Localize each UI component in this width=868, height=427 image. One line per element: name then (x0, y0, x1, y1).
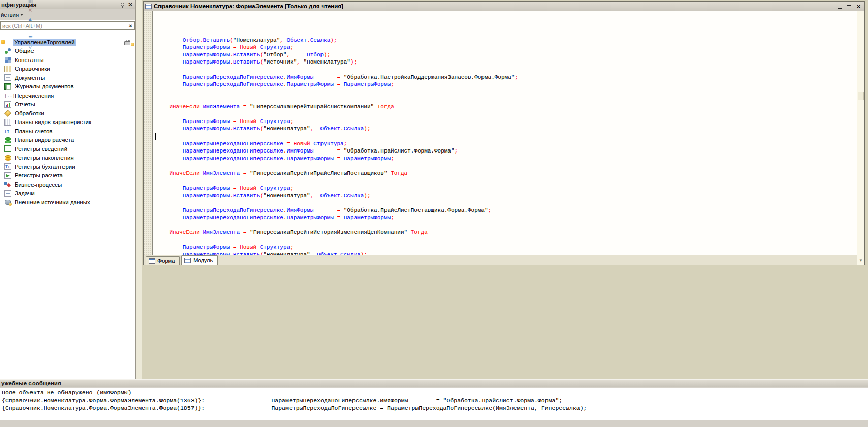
service-messages-panel: ужебные сообщения Поле объекта не обнару… (0, 379, 868, 427)
code-line: ИначеЕсли ИмяЭлемента = "ГиперссылкаПере… (153, 229, 857, 236)
tree-item[interactable]: Обработки (0, 109, 135, 118)
tree-item-label: Документы (13, 74, 46, 81)
tree-item[interactable]: УправлениеТорговлей (0, 38, 135, 47)
code-line: ПараметрыПереходаПоГиперссылке.ИмяФормы … (153, 147, 857, 155)
tree-item[interactable]: Планы видов характеристик (0, 118, 135, 127)
tree-item[interactable]: Регистры накопления (0, 154, 135, 163)
tab-модуль[interactable]: Модуль (181, 255, 218, 265)
code-line (153, 96, 857, 103)
code-line (153, 177, 857, 185)
tree-item[interactable]: Отчеты (0, 100, 135, 109)
tree-item[interactable]: Бизнес-процессы (0, 180, 135, 189)
external-data-sources-icon (4, 199, 11, 205)
message-line[interactable]: {Справочник.Номенклатура.Форма.ФормаЭлем… (2, 404, 868, 412)
editor-gutter (144, 11, 153, 255)
code-line: ПараметрыФормы.Вставить("Номенклатура", … (153, 251, 857, 255)
code-line: ПараметрыФормы = Новый Структура; (153, 185, 857, 192)
maximize-button[interactable] (845, 3, 853, 10)
tree-item-label: Задачи (13, 190, 36, 197)
delete-button[interactable]: × (25, 6, 35, 15)
tree-item[interactable]: Регистры сведений (0, 144, 135, 154)
configuration-panel: нфигурация × йствия +✎▣×▲▼≡▽ × Управлени… (0, 0, 136, 379)
business-processes-icon (4, 181, 11, 188)
search-input[interactable] (1, 22, 134, 29)
code-line: ПараметрыФормы = Новый Структура; (153, 118, 857, 126)
form-window-icon (145, 4, 152, 9)
vertical-splitter[interactable] (136, 0, 142, 379)
editor-window: Справочник Номенклатура: ФормаЭлемента [… (143, 1, 865, 265)
code-line (153, 133, 857, 140)
tree-item-label: Регистры сведений (13, 145, 69, 152)
tree-item[interactable]: Журналы документов (0, 82, 135, 92)
editor-window-body: Отбор.Вставить("Номенклатура", Объект.Сс… (144, 11, 864, 265)
copy-button[interactable]: ▣ (25, 0, 35, 6)
message-line[interactable]: Поле объекта не обнаружено (ИмяФормы) (2, 389, 868, 396)
documents-icon (4, 74, 11, 81)
tree-item-label: Константы (13, 56, 45, 64)
tree-item-label: Отчеты (13, 101, 37, 108)
characteristic-types-icon (4, 119, 11, 126)
tree-item[interactable]: Перечисления (0, 91, 135, 100)
tree-item[interactable]: Планы счетов (0, 127, 135, 136)
editor-window-titlebar[interactable]: Справочник Номенклатура: ФормаЭлемента [… (144, 2, 864, 11)
code-line: Отбор.Вставить("Номенклатура", Объект.Сс… (153, 37, 857, 44)
tree-item[interactable]: Регистры расчета (0, 171, 135, 180)
service-messages-titlebar: ужебные сообщения (0, 379, 868, 387)
code-editor[interactable]: Отбор.Вставить("Номенклатура", Объект.Сс… (153, 11, 857, 255)
tree-item-label: Планы видов расчета (13, 136, 75, 143)
tree-item-label: Обработки (13, 110, 46, 117)
tree-item-label: Регистры накопления (13, 154, 75, 161)
common-icon (4, 48, 11, 54)
tree-item[interactable]: Внешние источники данных (0, 198, 135, 207)
service-messages-list[interactable]: Поле объекта не обнаружено (ИмяФормы){Сп… (0, 388, 868, 420)
calculation-types-icon (4, 137, 11, 143)
information-registers-icon (4, 145, 11, 152)
tree-item[interactable]: Справочники (0, 65, 135, 74)
code-line (153, 110, 857, 118)
tree-item[interactable]: Документы (0, 73, 135, 82)
message-line[interactable]: {Справочник.Номенклатура.Форма.ФормаЭлем… (2, 396, 868, 404)
enums-icon (4, 92, 11, 99)
configuration-root-icon (2, 39, 7, 45)
code-line: ПараметрыФормы = Новый Структура; (153, 243, 857, 251)
tree-item[interactable]: Регистры бухгалтерии (0, 162, 135, 171)
clear-search-icon[interactable]: × (127, 22, 134, 29)
lock-icon (124, 41, 130, 45)
tab-форма[interactable]: Форма (146, 256, 180, 265)
tree-item[interactable]: Константы (0, 55, 135, 65)
configuration-panel-titlebar: нфигурация × (0, 0, 135, 9)
tree-item[interactable]: Планы видов расчета (0, 136, 135, 145)
tree-item[interactable]: Общие (0, 47, 135, 56)
close-button[interactable]: × (854, 3, 863, 10)
configuration-tree[interactable]: УправлениеТорговлейОбщиеКонстантыСправоч… (0, 30, 135, 207)
tree-item-label: Общие (13, 47, 36, 54)
configuration-toolbar: йствия +✎▣×▲▼≡▽ (0, 9, 135, 20)
pin-icon[interactable] (119, 2, 125, 8)
tree-item[interactable]: Задачи (0, 189, 135, 198)
constants-icon (4, 56, 11, 63)
minimize-button[interactable] (835, 3, 844, 10)
close-panel-icon[interactable]: × (127, 1, 134, 8)
actions-menu-button[interactable]: йствия (1, 12, 25, 18)
scroll-down-icon[interactable]: ▼ (858, 257, 864, 264)
tree-item-label: Планы счетов (13, 128, 54, 135)
tree-item-label: Журналы документов (13, 83, 75, 90)
code-line (153, 88, 857, 96)
code-line (153, 162, 857, 170)
scrollbar-thumb[interactable] (858, 92, 864, 100)
code-line: ИначеЕсли ИмяЭлемента = "ГиперссылкаПере… (153, 103, 857, 111)
code-line (153, 222, 857, 229)
tasks-icon (4, 190, 11, 197)
tree-item-label: Справочники (13, 65, 52, 72)
data-processors-icon (4, 110, 11, 116)
text-caret (155, 133, 156, 140)
code-line: ПараметрыПереходаПоГиперссылке.Параметры… (153, 214, 857, 222)
tree-item-label: Бизнес-процессы (13, 181, 63, 188)
service-messages-title: ужебные сообщения (1, 380, 61, 386)
vertical-scrollbar[interactable]: ▼ (857, 11, 864, 265)
code-line: ПараметрыФормы.Вставить("Источник", "Ном… (153, 58, 857, 66)
code-line: ПараметрыФормы = Новый Структура; (153, 44, 857, 51)
editor-tabstrip: ФормаМодуль (144, 255, 857, 265)
search-row: × (0, 20, 135, 30)
search-box[interactable]: × (0, 21, 135, 30)
